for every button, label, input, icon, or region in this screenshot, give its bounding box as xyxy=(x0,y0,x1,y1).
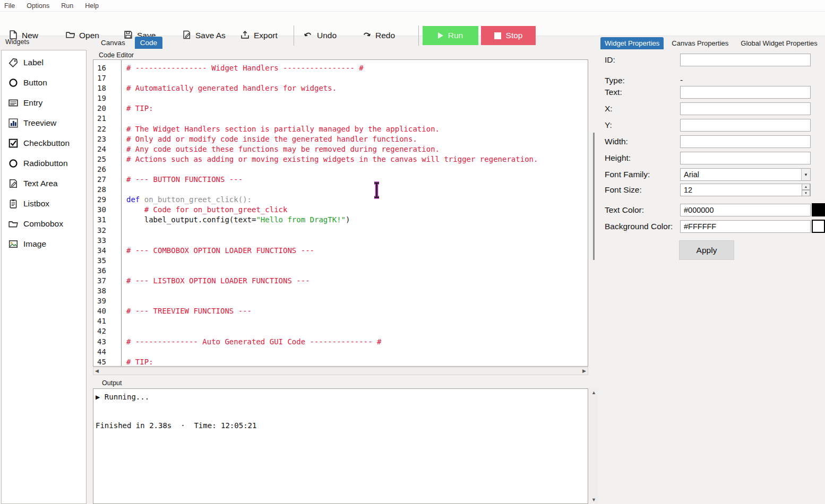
widget-item-label: Text Area xyxy=(23,179,58,188)
widget-item-checkbutton[interactable]: Checkbutton xyxy=(2,133,86,153)
width-label: Width: xyxy=(605,137,628,146)
code-line xyxy=(126,266,588,276)
scroll-left-icon[interactable]: ◀ xyxy=(95,369,99,373)
code-line: # -------------- Auto Generated GUI Code… xyxy=(126,337,588,347)
type-value: - xyxy=(680,75,683,85)
export-button[interactable]: Export xyxy=(240,26,278,45)
bar-chart-icon xyxy=(8,118,18,128)
font-family-field[interactable] xyxy=(680,168,811,181)
tab-code[interactable]: Code xyxy=(135,37,162,49)
output-line: ▶ Running... xyxy=(96,392,588,402)
line-number: 41 xyxy=(93,316,121,326)
id-field[interactable] xyxy=(680,54,811,66)
folder-icon xyxy=(8,219,18,229)
properties-scrollbar-thumb[interactable] xyxy=(593,133,595,260)
line-number: 33 xyxy=(93,236,121,246)
text-color-field[interactable] xyxy=(680,204,811,216)
menu-file[interactable]: File xyxy=(4,2,15,10)
tab-widget-properties[interactable]: Widget Properties xyxy=(600,37,664,49)
scroll-down-icon[interactable]: ▼ xyxy=(591,498,596,502)
code-line: def on_button_greet_click(): xyxy=(126,195,588,205)
text-field[interactable] xyxy=(680,86,811,99)
scroll-up-icon[interactable]: ▲ xyxy=(591,390,596,395)
font-size-field[interactable] xyxy=(680,184,811,196)
scroll-right-icon[interactable]: ▶ xyxy=(582,369,586,373)
redo-icon xyxy=(362,30,371,41)
line-number: 28 xyxy=(93,185,121,195)
widget-item-button[interactable]: Button xyxy=(2,73,86,93)
code-editor[interactable]: 1617181920212223242526272829303132333435… xyxy=(93,59,588,367)
properties-tab-bar: Widget PropertiesCanvas PropertiesGlobal… xyxy=(600,37,822,49)
code-lines: # ---------------- Widget Handlers -----… xyxy=(122,60,588,366)
line-number: 27 xyxy=(93,175,121,185)
menu-options[interactable]: Options xyxy=(27,2,49,10)
save-as-button[interactable]: Save As xyxy=(182,26,226,45)
run-button[interactable]: Run xyxy=(423,26,478,45)
widget-item-listbox[interactable]: Listbox xyxy=(2,194,86,214)
line-number: 31 xyxy=(93,215,121,225)
height-field[interactable] xyxy=(680,152,811,164)
menu-help[interactable]: Help xyxy=(85,2,99,10)
y-field[interactable] xyxy=(680,119,811,132)
code-line xyxy=(126,114,588,124)
spinner-down-icon[interactable]: ▼ xyxy=(802,190,810,196)
background-color-swatch[interactable] xyxy=(812,220,825,233)
spinner-up-icon[interactable]: ▲ xyxy=(802,184,810,190)
widget-item-treeview[interactable]: Treeview xyxy=(2,113,86,133)
widget-item-combobox[interactable]: Combobox xyxy=(2,214,86,234)
line-number: 37 xyxy=(93,276,121,286)
code-line: # Actions such as adding or moving exist… xyxy=(126,154,588,164)
save-as-icon xyxy=(182,30,191,41)
output-line xyxy=(96,402,588,411)
text-color-swatch[interactable] xyxy=(812,203,825,216)
output-vertical-scrollbar[interactable]: ▲ ▼ xyxy=(589,389,598,504)
code-line: # TIP: xyxy=(126,103,588,114)
font-size-spinner[interactable]: ▲▼ xyxy=(802,184,810,196)
tab-global-widget-properties[interactable]: Global Widget Properties xyxy=(736,37,822,49)
widget-item-radiobutton[interactable]: Radiobutton xyxy=(2,153,86,173)
widget-item-label: Listbox xyxy=(23,199,49,208)
x-field[interactable] xyxy=(680,102,811,115)
widget-item-entry[interactable]: Entry xyxy=(2,93,86,113)
widget-item-label: Image xyxy=(23,239,46,249)
font-size-label: Font Size: xyxy=(605,185,642,195)
x-label: X: xyxy=(605,104,613,114)
line-number: 45 xyxy=(93,357,121,367)
widgets-list: LabelButtonEntryTreeviewCheckbuttonRadio… xyxy=(1,50,87,504)
code-line xyxy=(126,286,588,296)
apply-button[interactable]: Apply xyxy=(679,240,734,260)
line-number: 40 xyxy=(93,306,121,316)
undo-button[interactable]: Undo xyxy=(304,26,337,45)
widget-item-label: Radiobutton xyxy=(23,159,68,168)
code-line xyxy=(126,296,588,306)
editor-horizontal-scrollbar[interactable]: ◀ ▶ xyxy=(93,367,588,375)
image-icon xyxy=(8,239,18,249)
widget-item-label: Checkbutton xyxy=(23,138,70,148)
toolbar: New Open Save Save As Export Undo Redo xyxy=(0,12,825,36)
background-color-field[interactable] xyxy=(680,220,811,233)
widget-item-image[interactable]: Image xyxy=(2,234,86,254)
clipboard-icon xyxy=(8,199,18,208)
background-color-label: Background Color: xyxy=(605,222,673,231)
ibeam-cursor xyxy=(372,181,381,199)
stop-button[interactable]: Stop xyxy=(481,26,536,45)
width-field[interactable] xyxy=(680,135,811,148)
code-line: # Only add or modify code inside the gen… xyxy=(126,134,588,144)
tag-icon xyxy=(8,58,18,67)
line-number: 21 xyxy=(93,114,121,124)
widget-item-label[interactable]: Label xyxy=(2,53,86,73)
menu-run[interactable]: Run xyxy=(61,2,73,10)
y-label: Y: xyxy=(605,120,612,130)
tab-canvas[interactable]: Canvas xyxy=(96,37,131,49)
line-number: 26 xyxy=(93,164,121,175)
tab-canvas-properties[interactable]: Canvas Properties xyxy=(667,37,733,49)
line-number: 34 xyxy=(93,246,121,256)
chevron-down-icon[interactable]: ▼ xyxy=(801,168,811,181)
widget-item-text-area[interactable]: Text Area xyxy=(2,173,86,194)
open-button[interactable]: Open xyxy=(66,26,99,45)
line-number: 32 xyxy=(93,225,121,236)
code-line: # --- LISTBOX OPTION LOADER FUNCTIONS --… xyxy=(126,276,588,286)
widgets-panel-title: Widgets xyxy=(5,38,29,46)
widget-item-label: Combobox xyxy=(23,219,63,229)
redo-button[interactable]: Redo xyxy=(362,26,395,45)
